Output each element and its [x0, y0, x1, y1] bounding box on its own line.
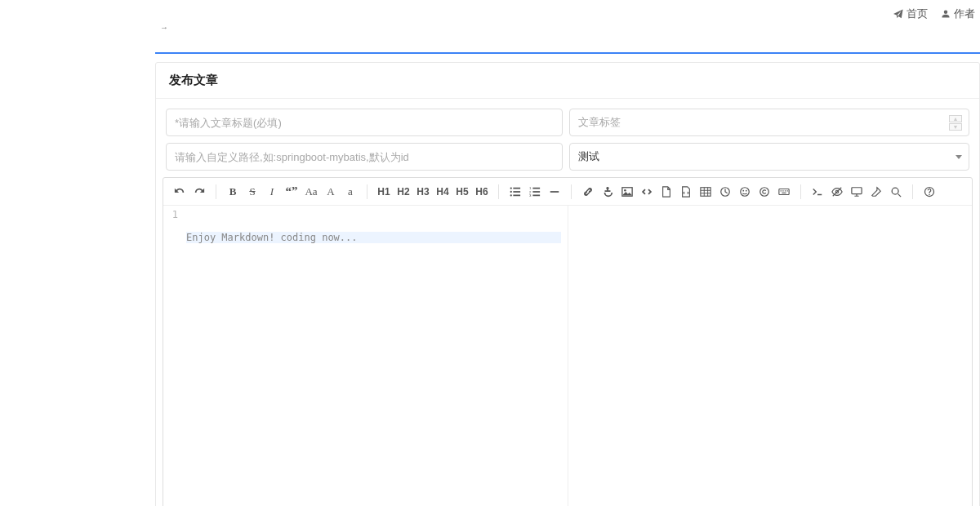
toolbar-sep — [498, 184, 499, 199]
blockquote-button[interactable]: “” — [283, 183, 300, 201]
line-gutter: 1 — [163, 206, 183, 506]
emoji-button[interactable] — [737, 183, 753, 201]
top-nav: 首页 作者 — [0, 0, 980, 28]
terminal-button[interactable] — [809, 183, 826, 201]
toolbar-sep — [571, 184, 572, 199]
eraser-button[interactable] — [868, 183, 884, 201]
smile-icon — [739, 186, 751, 198]
svg-rect-12 — [550, 191, 559, 193]
svg-point-2 — [510, 194, 512, 196]
copyright-button[interactable] — [756, 183, 773, 201]
code-icon — [641, 186, 653, 198]
svg-text:3: 3 — [529, 193, 532, 198]
nav-author-label: 作者 — [954, 7, 975, 21]
svg-rect-22 — [781, 190, 782, 191]
toolbar-sep — [912, 184, 913, 199]
anchor-button[interactable] — [599, 183, 616, 201]
h1-button[interactable]: H1 — [376, 183, 392, 201]
ul-button[interactable] — [507, 183, 523, 201]
redo-button[interactable] — [191, 183, 207, 201]
article-path-input[interactable] — [166, 143, 563, 171]
svg-point-29 — [892, 188, 898, 194]
help-button[interactable] — [921, 183, 938, 201]
search-icon — [890, 186, 902, 198]
svg-rect-5 — [513, 194, 520, 196]
nav-home-label: 首页 — [906, 7, 928, 21]
toolbar-sep — [800, 184, 801, 199]
h3-button[interactable]: H3 — [415, 183, 431, 201]
svg-point-19 — [746, 189, 747, 191]
h6-button[interactable]: H6 — [474, 183, 490, 201]
h4-button[interactable]: H4 — [434, 183, 451, 201]
form-row-title-tags: 文章标签 ▲ ▼ — [166, 109, 969, 136]
editor-toolbar: B S I “” Aa A a H1 H2 H3 H4 H5 H6 — [163, 178, 972, 206]
keyboard-icon — [778, 186, 790, 198]
preview-pane — [568, 206, 973, 506]
article-tags-input[interactable]: 文章标签 ▲ ▼ — [569, 109, 969, 136]
font-case-button[interactable]: Aa — [303, 183, 319, 201]
keyboard-button[interactable] — [776, 183, 792, 201]
code-area[interactable]: Enjoy Markdown! coding now... — [183, 206, 568, 506]
search-button[interactable] — [888, 183, 904, 201]
nav-home[interactable]: 首页 — [893, 7, 928, 21]
preview-button[interactable] — [849, 183, 865, 201]
user-icon — [941, 9, 951, 19]
file-button[interactable] — [658, 183, 675, 201]
tag-spin-up[interactable]: ▲ — [949, 115, 962, 122]
code-editor[interactable]: 1 Enjoy Markdown! coding now... — [163, 206, 568, 506]
image-button[interactable] — [619, 183, 635, 201]
eye-off-button[interactable] — [829, 183, 845, 201]
svg-point-14 — [624, 189, 626, 191]
bold-button[interactable]: B — [225, 183, 241, 201]
sidebar-collapse-icon[interactable]: → — [160, 23, 168, 32]
image-icon — [621, 186, 633, 198]
svg-point-17 — [741, 187, 750, 196]
editor-placeholder: Enjoy Markdown! coding now... — [186, 232, 561, 243]
category-selected-label: 测试 — [578, 149, 599, 164]
svg-rect-9 — [532, 187, 540, 189]
svg-rect-23 — [782, 190, 783, 191]
svg-rect-15 — [701, 187, 710, 196]
h5-button[interactable]: H5 — [454, 183, 470, 201]
svg-rect-25 — [787, 190, 788, 191]
ol-button[interactable]: 123 — [527, 183, 543, 201]
file-code-icon — [680, 186, 692, 198]
nav-author[interactable]: 作者 — [941, 7, 975, 21]
toolbar-sep — [216, 184, 216, 199]
svg-rect-26 — [782, 192, 786, 193]
redo-icon — [194, 186, 205, 198]
h2-button[interactable]: H2 — [395, 183, 412, 201]
undo-icon — [174, 186, 185, 198]
italic-button[interactable]: I — [264, 183, 280, 201]
table-icon — [700, 186, 711, 198]
strikethrough-button[interactable]: S — [244, 183, 261, 201]
category-select[interactable]: 测试 — [569, 143, 969, 171]
link-icon — [582, 186, 594, 198]
article-title-input[interactable] — [166, 109, 563, 136]
link-button[interactable] — [580, 183, 596, 201]
svg-point-1 — [510, 190, 512, 192]
page: 发布文章 文章标签 ▲ ▼ 测试 — [155, 38, 980, 506]
list-ul-icon — [510, 186, 521, 198]
clock-button[interactable] — [717, 183, 733, 201]
svg-rect-11 — [532, 194, 540, 196]
article-form-panel: 发布文章 文章标签 ▲ ▼ 测试 — [155, 62, 980, 506]
uppercase-button[interactable]: A — [323, 183, 339, 201]
file-icon — [661, 186, 672, 198]
anchor-icon — [602, 186, 613, 198]
code-button[interactable] — [639, 183, 655, 201]
tab-indicator — [155, 38, 980, 54]
lowercase-button[interactable]: a — [342, 183, 359, 201]
tag-spin-down[interactable]: ▼ — [949, 123, 962, 131]
svg-rect-28 — [852, 187, 862, 193]
svg-rect-3 — [513, 187, 520, 189]
hr-button[interactable] — [546, 183, 563, 201]
markdown-editor: B S I “” Aa A a H1 H2 H3 H4 H5 H6 — [163, 177, 973, 506]
undo-button[interactable] — [172, 183, 188, 201]
svg-point-31 — [929, 193, 930, 195]
eraser-icon — [871, 186, 882, 198]
file-code-button[interactable] — [678, 183, 694, 201]
chevron-down-icon — [956, 155, 962, 159]
table-button[interactable] — [697, 183, 714, 201]
heading-group: H1 H2 H3 H4 H5 H6 — [376, 183, 490, 201]
